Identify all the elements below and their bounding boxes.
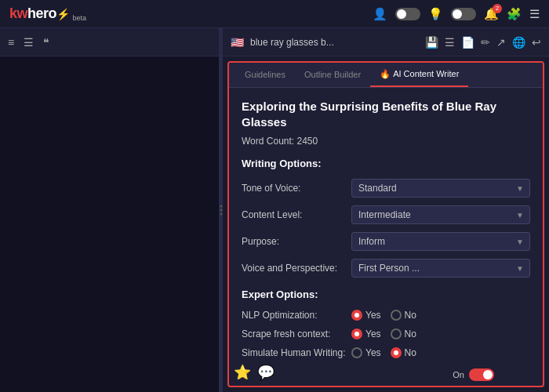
quote-icon[interactable]: ❝ — [43, 36, 49, 49]
on-label: On — [453, 370, 464, 379]
tab-ai-content-writer[interactable]: 🔥AI Content Writer — [370, 63, 468, 87]
star-icon[interactable]: ⭐ — [234, 364, 251, 381]
main-layout: ≡ ☰ ❝ 🇺🇸 blue ray glasses b... 💾 ☰ 📄 ✏ ↗… — [0, 28, 549, 392]
expert-options-heading: Expert Options: — [242, 289, 530, 300]
fire-icon: 🔥 — [380, 69, 391, 78]
scrape-fresh-context-row: Scrape fresh context: Yes — [242, 328, 530, 339]
simulate-no-option[interactable]: No — [391, 347, 416, 358]
logo: kwhero⚡ beta — [9, 5, 86, 22]
simulate-yes-label: Yes — [365, 347, 381, 358]
ai-panel: Guidelines Outline Builder 🔥AI Content W… — [223, 56, 549, 392]
document-icon[interactable]: 📄 — [461, 36, 474, 49]
word-count-label: Word Count: — [242, 136, 294, 147]
navbar-icons: 👤 💡 🔔 2 🧩 ☰ — [373, 7, 540, 21]
bulb-icon[interactable]: 💡 — [428, 7, 443, 21]
scrape-no-radio[interactable] — [391, 328, 402, 339]
tone-of-voice-row: Tone of Voice: Standard Formal Casual ▼ — [242, 179, 530, 198]
another-toggle[interactable] — [451, 8, 476, 20]
tab-outline-builder[interactable]: Outline Builder — [295, 64, 370, 87]
right-panel: 🇺🇸 blue ray glasses b... 💾 ☰ 📄 ✏ ↗ 🌐 ↩ G… — [223, 28, 549, 392]
logo-text: kwhero⚡ — [9, 5, 70, 22]
simulate-yes-option[interactable]: Yes — [351, 347, 381, 358]
bell-icon[interactable]: 🔔 2 — [484, 7, 499, 21]
navbar: kwhero⚡ beta 👤 💡 🔔 2 🧩 ☰ — [0, 0, 549, 28]
purpose-label: Purpose: — [242, 236, 351, 247]
scrape-yes-radio[interactable] — [351, 328, 362, 339]
whatsapp-icon[interactable]: 💬 — [257, 364, 274, 381]
purpose-select[interactable]: Inform Persuade Convert — [351, 232, 530, 251]
cms-icon[interactable]: 🌐 — [512, 36, 525, 49]
scrape-fresh-context-label: Scrape fresh context: — [242, 328, 351, 339]
tone-of-voice-wrapper: Standard Formal Casual ▼ — [351, 179, 530, 198]
voice-perspective-wrapper: First Person ... Second Person Third Per… — [351, 259, 530, 278]
purpose-row: Purpose: Inform Persuade Convert ▼ — [242, 232, 530, 251]
tab-guidelines[interactable]: Guidelines — [235, 64, 295, 87]
simulate-human-writing-row: Simulate Human Writing: Yes — [242, 347, 530, 358]
nlp-no-option[interactable]: No — [391, 310, 416, 321]
nlp-no-radio[interactable] — [391, 310, 402, 321]
nlp-optimization-options: Yes No — [351, 310, 416, 321]
list-view-icon[interactable]: ☰ — [445, 36, 455, 49]
simulate-human-writing-label: Simulate Human Writing: — [242, 347, 351, 358]
edit-icon[interactable]: ✏ — [481, 36, 490, 49]
tone-of-voice-select[interactable]: Standard Formal Casual — [351, 179, 530, 198]
word-count-number: 2450 — [297, 136, 318, 147]
toggle-knob-2 — [453, 9, 462, 19]
on-toggle-knob — [483, 370, 493, 379]
panel-body: Exploring the Surprising Benefits of Blu… — [229, 88, 543, 377]
voice-perspective-label: Voice and Perspective: — [242, 263, 351, 274]
radio-inner-3 — [394, 350, 398, 355]
radio-inner-2 — [354, 332, 359, 336]
nlp-yes-radio[interactable] — [351, 310, 362, 321]
scrape-fresh-context-options: Yes No — [351, 328, 416, 339]
nlp-optimization-label: NLP Optimization: — [242, 310, 351, 321]
scrape-yes-option[interactable]: Yes — [351, 328, 381, 339]
scrape-no-label: No — [405, 328, 416, 339]
ai-panel-inner: Guidelines Outline Builder 🔥AI Content W… — [227, 61, 544, 387]
flag-icon: 🇺🇸 — [231, 36, 244, 49]
sidebar-content — [0, 56, 219, 392]
voice-perspective-select[interactable]: First Person ... Second Person Third Per… — [351, 259, 530, 278]
voice-perspective-row: Voice and Perspective: First Person ... … — [242, 259, 530, 278]
nlp-yes-option[interactable]: Yes — [351, 310, 381, 321]
list-icon[interactable]: ☰ — [24, 36, 34, 49]
scrape-yes-label: Yes — [365, 328, 381, 339]
left-sidebar: ≡ ☰ ❝ — [0, 28, 220, 392]
simulate-no-radio[interactable] — [391, 347, 402, 358]
right-toolbar: 🇺🇸 blue ray glasses b... 💾 ☰ 📄 ✏ ↗ 🌐 ↩ — [223, 28, 549, 56]
toggle-knob — [397, 9, 406, 19]
hamburger-icon[interactable]: ≡ — [8, 36, 14, 49]
nlp-optimization-row: NLP Optimization: Yes — [242, 310, 530, 321]
radio-inner — [354, 313, 359, 318]
on-toggle-switch[interactable] — [469, 368, 494, 381]
save-icon[interactable]: 💾 — [425, 36, 438, 49]
expert-options-section: Expert Options: NLP Optimization: Yes — [242, 289, 530, 358]
content-level-select[interactable]: Intermediate Beginner Advanced — [351, 205, 530, 224]
toolbar-actions: 💾 ☰ 📄 ✏ ↗ 🌐 ↩ — [425, 36, 541, 49]
simulate-yes-radio[interactable] — [351, 347, 362, 358]
on-toggle-area: On — [453, 368, 494, 381]
document-title: blue ray glasses b... — [250, 37, 419, 48]
logo-beta: beta — [73, 14, 87, 22]
panel-title: Exploring the Surprising Benefits of Blu… — [242, 99, 530, 129]
content-level-wrapper: Intermediate Beginner Advanced ▼ — [351, 205, 530, 224]
user-icon[interactable]: 👤 — [373, 7, 387, 21]
menu-icon[interactable]: ☰ — [529, 7, 540, 21]
sidebar-toolbar: ≡ ☰ ❝ — [0, 28, 219, 56]
nlp-no-label: No — [405, 310, 416, 321]
nlp-yes-label: Yes — [365, 310, 381, 321]
back-icon[interactable]: ↩ — [532, 36, 541, 49]
writing-options-heading: Writing Options: — [242, 158, 530, 169]
share-icon[interactable]: ↗ — [496, 36, 506, 49]
simulate-human-writing-options: Yes No — [351, 347, 416, 358]
bottom-icons: ⭐ 💬 — [234, 364, 274, 381]
purpose-wrapper: Inform Persuade Convert ▼ — [351, 232, 530, 251]
panel-tabs: Guidelines Outline Builder 🔥AI Content W… — [229, 63, 543, 88]
puzzle-icon[interactable]: 🧩 — [507, 7, 522, 21]
word-count: Word Count: 2450 — [242, 136, 530, 147]
theme-toggle[interactable] — [395, 8, 420, 20]
tone-of-voice-label: Tone of Voice: — [242, 183, 351, 194]
simulate-no-label: No — [405, 347, 416, 358]
content-level-row: Content Level: Intermediate Beginner Adv… — [242, 205, 530, 224]
scrape-no-option[interactable]: No — [391, 328, 416, 339]
